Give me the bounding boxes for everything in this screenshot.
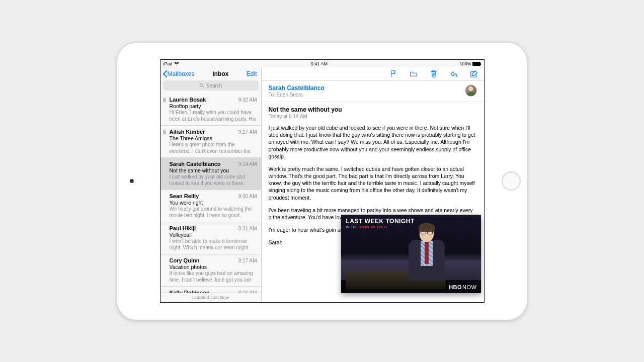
msg-subject: You were right [170,200,257,206]
msg-subject: Vacation photos [170,264,257,270]
search-input[interactable]: Search [163,80,259,90]
msg-from: Paul Hikiji [170,225,196,231]
msg-from: Lauren Bosak [170,97,206,103]
message-item[interactable]: Sarah Castelblanco9:14 AMNot the same wi… [160,158,261,190]
msg-from: Ailish Kimber [170,129,205,135]
ipad-device-frame: iPad 9:41 AM 100% Mailboxes Inbox Edit [116,42,528,321]
battery-icon [472,62,480,66]
msg-subject: Not the same without you [170,167,257,173]
msg-preview: Hi Eden, I really wish you could have be… [170,110,257,122]
delete-button[interactable] [430,70,438,78]
msg-from: Sean Reilly [170,193,199,199]
wifi-icon [174,62,179,66]
search-icon [199,83,204,88]
home-button[interactable] [502,171,521,191]
message-item[interactable]: Ailish Kimber9:27 AMThe Three AmigasHere… [160,126,261,158]
msg-time: 9:32 AM [238,97,257,103]
msg-preview: We finally got around to watching the mo… [170,206,257,219]
sidebar-nav: Mailboxes Inbox Edit [160,67,261,80]
msg-subject: Volleyball [170,232,257,238]
reader-toolbar [262,67,484,80]
reader-subject: Not the same without you [269,106,477,113]
body-paragraph: I just walked by your old cube and looke… [269,124,477,160]
msg-subject: Rooftop party [170,103,257,109]
message-item[interactable]: Cory Quinn8:17 AMVacation photosIt looks… [160,254,261,287]
pip-show-title: LAST WEEK TONIGHT WITH JOHN OLIVER [346,218,415,229]
reader-date: Today at 9:14 AM [269,114,477,119]
msg-time: 8:17 AM [238,258,257,263]
msg-preview: It looks like you guys had an amazing ti… [170,270,257,283]
status-carrier: iPad [164,61,173,66]
message-reader: Sarah Castelblanco To: Eden Sears Not th… [262,67,484,302]
message-list-panel: Mailboxes Inbox Edit Search Lauren Bosak… [160,67,262,302]
sidebar-footer: Updated Just Now [160,293,261,302]
search-placeholder: Search [206,83,222,88]
status-bar: iPad 9:41 AM 100% [160,60,484,67]
msg-preview: I just walked by your old cube and looke… [170,174,257,187]
msg-preview: Here's a great photo from the weekend. I… [170,142,257,154]
move-button[interactable] [410,70,418,78]
pip-network-logo: HBONOW [449,284,476,290]
flag-button[interactable] [389,70,397,78]
msg-time: 9:27 AM [238,129,257,135]
attachment-icon [162,97,167,103]
sender-avatar[interactable] [465,84,477,97]
back-label: Mailboxes [168,70,195,77]
msg-time: 9:00 AM [238,194,257,199]
msg-preview: I won't be able to make it tomorrow nigh… [170,238,257,251]
status-time: 9:41 AM [311,61,328,66]
message-item[interactable]: Kelly Robinson8:06 AMLost and found [160,287,261,293]
msg-from: Kelly Robinson [170,290,210,293]
msg-time: 8:31 AM [238,226,257,231]
msg-time: 8:06 AM [238,290,257,293]
reader-from[interactable]: Sarah Castelblanco [269,84,325,92]
reader-to: To: Eden Sears [269,92,325,98]
back-button[interactable]: Mailboxes [163,70,195,77]
chevron-left-icon [163,70,167,77]
msg-time: 9:14 AM [238,161,257,167]
compose-button[interactable] [470,70,478,78]
mailbox-title: Inbox [212,70,228,77]
screen: iPad 9:41 AM 100% Mailboxes Inbox Edit [160,59,485,303]
attachment-icon [162,129,167,135]
pip-host-figure [400,223,451,278]
pip-video-overlay[interactable]: LAST WEEK TONIGHT WITH JOHN OLIVER HBONO… [341,215,481,293]
msg-from: Sarah Castelblanco [170,161,221,167]
svg-line-1 [202,86,204,88]
camera-dot [130,179,134,183]
reply-button[interactable] [450,70,458,78]
message-item[interactable]: Lauren Bosak9:32 AMRooftop partyHi Eden,… [160,94,261,126]
msg-subject: The Three Amigas [170,135,257,141]
edit-button[interactable]: Edit [247,70,257,77]
status-battery-pct: 100% [459,61,471,66]
message-list[interactable]: Lauren Bosak9:32 AMRooftop partyHi Eden,… [160,94,261,293]
message-item[interactable]: Paul Hikiji8:31 AMVolleyballI won't be a… [160,222,261,254]
svg-point-0 [200,83,203,86]
body-paragraph: Work is pretty much the same. I switched… [269,165,477,201]
message-item[interactable]: Sean Reilly9:00 AMYou were rightWe final… [160,190,261,222]
msg-from: Cory Quinn [170,257,200,263]
